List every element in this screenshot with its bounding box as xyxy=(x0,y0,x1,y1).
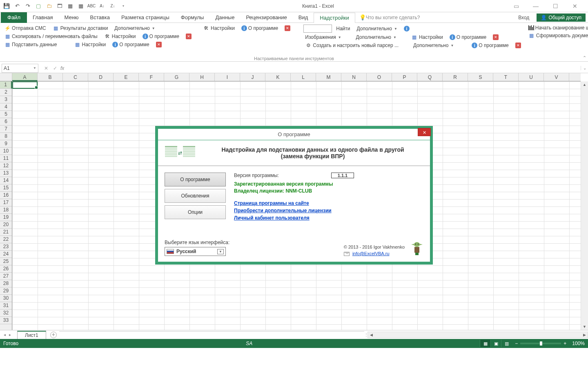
col-header-E[interactable]: E xyxy=(114,73,139,81)
row-header-14[interactable]: 14 xyxy=(0,177,12,184)
cmd-form-docs[interactable]: ▦Сформировать документы xyxy=(527,32,588,39)
col-header-N[interactable]: N xyxy=(341,73,367,81)
tab-data[interactable]: Данные xyxy=(209,12,240,23)
cmd-close-top[interactable]: ✕ xyxy=(283,25,292,31)
row-header-27[interactable]: 27 xyxy=(0,273,12,280)
cmd-create-parser[interactable]: ⚙Создать и настроить новый парсер ... xyxy=(303,42,400,49)
tab-file[interactable]: Файл xyxy=(1,12,27,23)
zoom-out-icon[interactable]: − xyxy=(515,341,518,346)
col-header-G[interactable]: G xyxy=(164,73,189,81)
row-header-8[interactable]: 8 xyxy=(0,133,12,140)
tab-home[interactable]: Главная xyxy=(27,12,58,23)
link-account[interactable]: Личный кабинет пользователя xyxy=(234,215,423,221)
row-header-13[interactable]: 13 xyxy=(0,170,12,177)
col-header-S[interactable]: S xyxy=(468,73,493,81)
language-select[interactable]: Русский ▼ xyxy=(165,247,226,256)
qat-icon-2[interactable]: ▦ xyxy=(76,1,86,11)
row-header-28[interactable]: 28 xyxy=(0,280,12,287)
tab-addins[interactable]: Надстройки xyxy=(314,13,355,23)
formula-expand-icon[interactable]: ⌄ xyxy=(581,66,588,70)
col-header-Q[interactable]: Q xyxy=(417,73,443,81)
dialog-titlebar[interactable]: О программе ✕ xyxy=(158,129,430,140)
redo-icon[interactable]: ↷ xyxy=(23,1,33,11)
zoom-slider[interactable] xyxy=(520,343,561,344)
row-header-6[interactable]: 6 xyxy=(0,118,12,126)
scroll-left-icon[interactable]: ◀ xyxy=(368,333,374,337)
row-header-3[interactable]: 3 xyxy=(0,96,12,103)
col-header-O[interactable]: O xyxy=(367,73,392,81)
ribbon-collapse-icon[interactable]: ⌃ xyxy=(583,55,586,61)
find-input[interactable] xyxy=(303,25,332,33)
row-header-2[interactable]: 2 xyxy=(0,89,12,96)
sheet-nav[interactable]: ◂▸ xyxy=(0,332,15,337)
cmd-info-mid[interactable]: i xyxy=(402,25,411,32)
col-header-L[interactable]: L xyxy=(291,73,316,81)
row-header-11[interactable]: 11 xyxy=(0,155,12,162)
ribbon-options-icon[interactable]: ▭ xyxy=(508,2,524,10)
row-header-18[interactable]: 18 xyxy=(0,206,12,214)
col-header-U[interactable]: U xyxy=(519,73,544,81)
share-button[interactable]: 👤 Общий доступ xyxy=(537,13,586,22)
dialog-close-button[interactable]: ✕ xyxy=(418,128,431,136)
login-link[interactable]: Вход xyxy=(518,15,529,20)
cmd-additional-mid3[interactable]: Дополнительно▼ xyxy=(412,42,455,49)
row-header-4[interactable]: 4 xyxy=(0,103,12,111)
spellcheck-icon[interactable]: ABC xyxy=(87,1,96,11)
cmd-scan-barcode[interactable]: Начать сканирование штрих-кодов xyxy=(527,25,588,31)
row-header-7[interactable]: 7 xyxy=(0,126,12,133)
zoom-value[interactable]: 100% xyxy=(572,341,585,346)
link-program-page[interactable]: Страница программы на сайте xyxy=(234,200,423,206)
tab-review[interactable]: Рецензирование xyxy=(240,12,292,23)
dialog-nav-updates[interactable]: Обновления xyxy=(165,189,226,203)
row-header-5[interactable]: 5 xyxy=(0,111,12,118)
col-header-M[interactable]: M xyxy=(316,73,341,81)
row-header-23[interactable]: 23 xyxy=(0,243,12,251)
cmd-about-mid3[interactable]: iО программе xyxy=(470,42,510,49)
cmd-copy-rename[interactable]: ▦Скопировать / переименовать файлы xyxy=(2,33,99,40)
zoom-in-icon[interactable]: + xyxy=(564,341,566,346)
cmd-additional-1[interactable]: Дополнительно▼ xyxy=(113,25,156,31)
view-break-icon[interactable]: ▥ xyxy=(501,340,512,347)
chevron-down-icon[interactable]: ▼ xyxy=(217,249,224,254)
select-all-corner[interactable] xyxy=(0,73,12,81)
row-header-10[interactable]: 10 xyxy=(0,148,12,155)
col-header-V[interactable]: V xyxy=(544,73,569,81)
col-header-J[interactable]: J xyxy=(240,73,265,81)
cmd-settings-3[interactable]: ▦Настройки xyxy=(72,41,107,48)
row-header-29[interactable]: 29 xyxy=(0,287,12,295)
cmd-send-sms[interactable]: ⚡Отправка СМС xyxy=(2,25,48,32)
cmd-about-top[interactable]: iО программе xyxy=(240,25,280,31)
add-sheet-button[interactable]: + xyxy=(50,332,57,338)
cmd-close-mid[interactable]: ✕ xyxy=(491,34,500,40)
tab-insert[interactable]: Вставка xyxy=(85,12,116,23)
view-normal-icon[interactable]: ▦ xyxy=(480,340,490,347)
qat-more-icon[interactable]: ▾ xyxy=(118,1,128,11)
row-header-15[interactable]: 15 xyxy=(0,184,12,192)
sort-desc-icon[interactable]: Z↓ xyxy=(108,1,118,11)
fx-icon[interactable]: fx xyxy=(60,65,64,71)
col-header-K[interactable]: K xyxy=(265,73,291,81)
maximize-icon[interactable]: ☐ xyxy=(547,2,564,10)
col-header-I[interactable]: I xyxy=(215,73,240,81)
minimize-icon[interactable]: — xyxy=(528,2,544,10)
scroll-down-icon[interactable]: ▼ xyxy=(581,323,588,330)
accept-formula-icon[interactable]: ✓ xyxy=(51,65,59,71)
close-icon[interactable]: ✕ xyxy=(567,2,583,10)
row-header-19[interactable]: 19 xyxy=(0,214,12,221)
row-header-33[interactable]: 33 xyxy=(0,317,12,324)
cmd-additional-mid2[interactable]: Дополнительно▼ xyxy=(354,34,398,40)
cmd-settings-mid[interactable]: ▦Настройки xyxy=(410,34,445,41)
save-icon[interactable]: 💾 xyxy=(2,1,11,11)
undo-icon[interactable]: ↶ xyxy=(12,1,22,11)
cmd-settings-2[interactable]: 🛠Настройки xyxy=(102,33,138,40)
tell-me-input[interactable]: Что вы хотите сделать? xyxy=(366,15,420,20)
col-header-R[interactable]: R xyxy=(443,73,468,81)
tab-formulas[interactable]: Формулы xyxy=(175,12,210,23)
cmd-substitute[interactable]: ▦Подставить данные xyxy=(2,41,58,48)
col-header-B[interactable]: B xyxy=(38,73,63,81)
col-header-F[interactable]: F xyxy=(139,73,164,81)
col-header-D[interactable]: D xyxy=(88,73,114,81)
tab-view[interactable]: Вид xyxy=(293,12,314,23)
col-header-P[interactable]: P xyxy=(392,73,417,81)
cmd-delivery-results[interactable]: ▦Результаты доставки xyxy=(51,25,110,32)
